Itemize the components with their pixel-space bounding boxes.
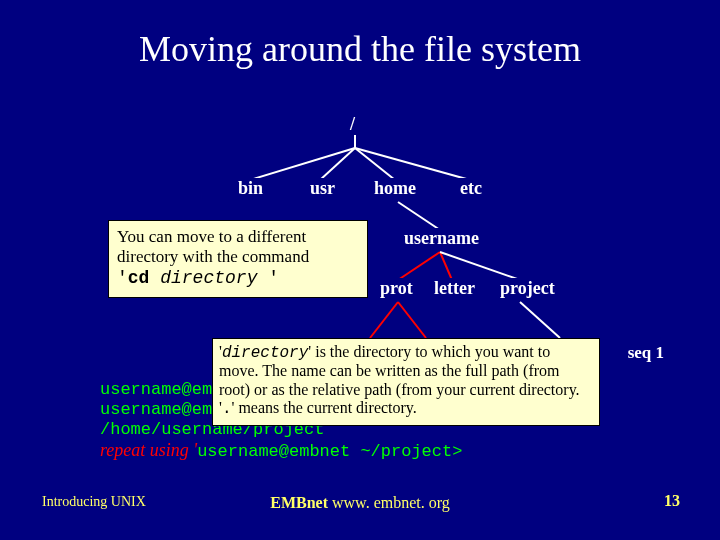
terminal-line-4: repeat using 'username@embnet ~/project> [100,440,462,461]
node-prot: prot [378,278,415,299]
svg-line-9 [520,302,560,338]
footer-center: EMBnet www. embnet. org [0,494,720,512]
callout-cd: You can move to a different directory wi… [108,220,368,298]
callout-directory: 'directory' is the directory to which yo… [212,338,600,426]
node-letter: letter [432,278,477,299]
node-username: username [402,228,481,249]
node-root: / [348,114,357,135]
node-project: project [498,278,557,299]
svg-line-6 [398,252,440,280]
callout-cd-cmd: 'cd directory ' [117,268,279,288]
svg-line-4 [355,148,470,180]
node-bin: bin [236,178,265,199]
node-usr: usr [308,178,337,199]
slide-title: Moving around the file system [0,0,720,70]
page-number: 13 [664,492,680,510]
svg-line-10 [370,302,398,338]
node-etc: etc [458,178,484,199]
svg-line-11 [398,302,426,338]
node-home: home [372,178,418,199]
svg-line-5 [398,202,440,230]
node-seq1: seq 1 [628,343,664,363]
callout-cd-text: You can move to a different directory wi… [117,227,309,266]
svg-line-8 [440,252,520,280]
svg-line-1 [250,148,355,180]
